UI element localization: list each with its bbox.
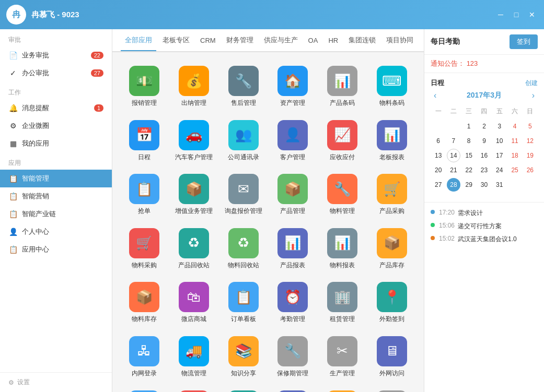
- sidebar-item-message-remind[interactable]: 🔔 消息提醒 1: [0, 99, 112, 117]
- sidebar-item-smart-industry[interactable]: 📋 智能产业链: [0, 205, 112, 223]
- calendar-day[interactable]: 18: [508, 149, 522, 162]
- calendar-day[interactable]: 4: [508, 120, 522, 133]
- app-item-knowledge[interactable]: 📚知识分享: [219, 331, 267, 383]
- app-item-material-manage[interactable]: 🔧物料管理: [319, 169, 366, 221]
- calendar-day[interactable]: 13: [432, 149, 445, 162]
- calendar-day[interactable]: 17: [493, 149, 506, 162]
- app-item-product-purchase[interactable]: 🛒产品采购: [368, 169, 415, 221]
- maximize-button[interactable]: □: [511, 9, 522, 20]
- app-item-inquiry[interactable]: ✉询盘报价管理: [219, 169, 267, 221]
- tab-crm[interactable]: CRM: [196, 31, 220, 50]
- app-item-product-stock[interactable]: 📦产品库存: [368, 223, 415, 275]
- app-item-order-board[interactable]: 📋订单看板: [219, 277, 267, 329]
- app-item-aftersale[interactable]: 🔧售后管理: [219, 61, 267, 113]
- tab-oa[interactable]: OA: [304, 31, 322, 50]
- calendar-day[interactable]: 29: [462, 178, 476, 192]
- close-button[interactable]: ✕: [526, 9, 538, 20]
- minimize-button[interactable]: ─: [495, 9, 506, 20]
- sidebar-item-enterprise-circle[interactable]: ⚙ 企业微圈: [0, 117, 112, 135]
- app-item-material-purchase[interactable]: 🛒物料采购: [121, 223, 168, 275]
- tab-finance[interactable]: 财务管理: [222, 30, 258, 50]
- tab-boss[interactable]: 老板专区: [158, 30, 194, 50]
- tab-project[interactable]: 项目协同: [382, 30, 418, 50]
- calendar-day[interactable]: 12: [523, 134, 537, 148]
- app-item-product-manage[interactable]: 📦产品管理: [269, 169, 317, 221]
- sidebar-item-app-center[interactable]: 📋 应用中心: [0, 241, 112, 258]
- calendar-day[interactable]: 15: [462, 149, 476, 162]
- calendar-prev-button[interactable]: ‹: [431, 90, 439, 101]
- calendar-day[interactable]: 7: [447, 134, 460, 148]
- calendar-day[interactable]: 6: [432, 134, 445, 148]
- calendar-day[interactable]: 21: [447, 163, 460, 177]
- calendar-day[interactable]: 27: [432, 178, 445, 192]
- settings-item[interactable]: ⚙ 设置: [0, 372, 112, 392]
- signin-button[interactable]: 签到: [510, 34, 538, 49]
- calendar-day[interactable]: 9: [477, 134, 491, 148]
- app-item-office365[interactable]: ⊞在线办公...: [170, 385, 218, 392]
- calendar-day[interactable]: 16: [477, 149, 491, 162]
- app-item-material-report[interactable]: 📊物料报表: [319, 223, 366, 275]
- app-item-expense[interactable]: 💵报销管理: [121, 61, 168, 113]
- calendar-day[interactable]: 5: [523, 120, 537, 133]
- schedule-item[interactable]: 15:06递交可行性方案: [431, 222, 538, 231]
- calendar-day[interactable]: 11: [508, 134, 522, 148]
- app-item-project-manage[interactable]: 📋项目管理...: [219, 385, 267, 392]
- calendar-day[interactable]: 3: [493, 120, 506, 133]
- calendar-day[interactable]: 23: [477, 163, 491, 177]
- app-item-boss-report[interactable]: 📊老板报表: [368, 115, 415, 167]
- app-item-meeting-manage[interactable]: 📅远程视频管理...: [269, 385, 317, 392]
- calendar-day[interactable]: 1: [462, 120, 476, 133]
- tab-hr[interactable]: HR: [324, 31, 342, 50]
- app-item-barcode[interactable]: 📊产品条码: [319, 61, 366, 113]
- app-item-value-add[interactable]: 📦增值业务管理: [170, 169, 218, 221]
- calendar-day[interactable]: 10: [493, 134, 506, 148]
- app-item-notify-staff[interactable]: 🔔通知员工: [121, 385, 168, 392]
- app-item-cashier[interactable]: 💰出纳管理: [170, 61, 218, 113]
- app-item-material-recycle[interactable]: ♻物料回收站: [219, 223, 267, 275]
- tab-supply[interactable]: 供应与生产: [260, 30, 302, 50]
- calendar-day[interactable]: 22: [462, 163, 476, 177]
- app-item-micro-store[interactable]: 🛍微店商城: [170, 277, 218, 329]
- app-item-warranty[interactable]: 🔧保修期管理: [269, 331, 317, 383]
- sidebar-item-smart-manage[interactable]: 📋 智能管理: [0, 170, 112, 187]
- app-item-material-stock[interactable]: 📦物料库存: [121, 277, 168, 329]
- app-item-extranet[interactable]: 🖥外网访问: [368, 331, 415, 383]
- sidebar-item-office-audit[interactable]: ✓ 办公审批 27: [0, 64, 112, 82]
- app-item-material-barcode[interactable]: ⌨物料条码: [368, 61, 415, 113]
- calendar-day[interactable]: 31: [493, 178, 506, 192]
- create-schedule-button[interactable]: 创建: [525, 79, 538, 88]
- app-item-schedule[interactable]: 📅日程: [121, 115, 168, 167]
- schedule-item[interactable]: 17:20需求设计: [431, 209, 538, 218]
- app-item-car-customer[interactable]: 🚗汽车客户管理: [170, 115, 218, 167]
- app-item-logistics[interactable]: 🚚物流管理: [170, 331, 218, 383]
- app-item-customer-manage[interactable]: 👤客户管理: [269, 115, 317, 167]
- sidebar-item-personal-center[interactable]: 👤 个人中心: [0, 223, 112, 241]
- app-item-expense2[interactable]: ✈差旅管理...: [319, 385, 366, 392]
- app-item-address-book[interactable]: 👥公司通讯录: [219, 115, 267, 167]
- app-item-intranet[interactable]: 🖧内网登录: [121, 331, 168, 383]
- app-item-product-report[interactable]: 📊产品报表: [269, 223, 317, 275]
- calendar-day[interactable]: 24: [493, 163, 506, 177]
- calendar-day[interactable]: 8: [462, 134, 476, 148]
- calendar-day[interactable]: 14: [447, 149, 460, 162]
- tab-group[interactable]: 集团连锁: [344, 30, 380, 50]
- calendar-day[interactable]: 26: [523, 163, 537, 177]
- app-item-billing[interactable]: 📑结账管理...: [368, 385, 415, 392]
- sidebar-item-business-audit[interactable]: 📄 业务审批 22: [0, 46, 112, 64]
- app-item-receivable[interactable]: 📈应收应付: [319, 115, 366, 167]
- sidebar-item-smart-marketing[interactable]: 📋 智能营销: [0, 187, 112, 205]
- app-item-product-recycle[interactable]: ♻产品回收站: [170, 223, 218, 275]
- app-item-rent[interactable]: 🏢租赁管理: [319, 277, 366, 329]
- calendar-next-button[interactable]: ›: [529, 90, 538, 101]
- calendar-day[interactable]: 30: [477, 178, 491, 192]
- calendar-day[interactable]: 19: [523, 149, 537, 162]
- tab-all[interactable]: 全部应用: [121, 30, 156, 50]
- app-item-grab-order[interactable]: 📋抢单: [121, 169, 168, 221]
- calendar-day[interactable]: 28: [447, 178, 460, 192]
- app-item-attendance[interactable]: ⏰考勤管理: [269, 277, 317, 329]
- sidebar-item-my-apps[interactable]: ▦ 我的应用: [0, 135, 112, 152]
- tab-other[interactable]: 其他: [420, 30, 424, 50]
- calendar-day[interactable]: 25: [508, 163, 522, 177]
- calendar-day[interactable]: 20: [432, 163, 445, 177]
- app-item-asset[interactable]: 🏠资产管理: [269, 61, 317, 113]
